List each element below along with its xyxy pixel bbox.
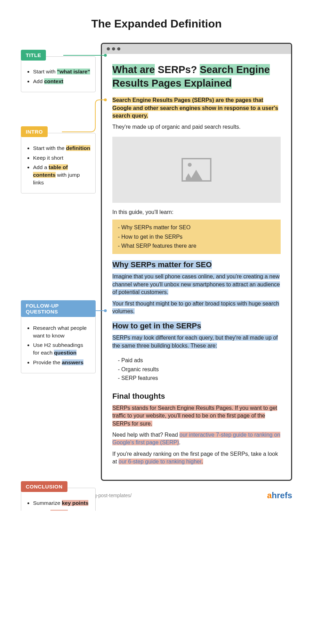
annotation-conclusion-label: CONCLUSION	[21, 481, 67, 492]
annotation-intro-label: INTRO	[21, 126, 48, 137]
browser-mock: What are SERPs? Search Engine Results Pa…	[101, 43, 292, 481]
guide-lead: In this guide, you'll learn:	[112, 208, 281, 216]
conclusion-paragraph: If you're already ranking on the first p…	[112, 450, 281, 466]
annotation-intro: INTRO Start with the definition Keep it …	[21, 126, 96, 193]
browser-titlebar	[102, 44, 291, 54]
section-heading-final: Final thoughts	[112, 392, 281, 401]
intro-followup: They're made up of organic and paid sear…	[112, 123, 281, 131]
body-paragraph: SERPs may look different for each query,…	[112, 334, 281, 350]
traffic-light-dot	[112, 47, 115, 50]
conclusion-paragraph: Need help with that? Read our interactiv…	[112, 431, 281, 447]
sidebar: TITLE Start with "what is/are" Add conte…	[21, 43, 101, 481]
intro-definition: Search Engine Results Pages (SERPs) are …	[112, 96, 281, 120]
section-heading: How to get in the SERPs	[112, 321, 281, 331]
resource-link[interactable]: our 6-step guide to ranking higher	[119, 459, 201, 464]
conclusion-paragraph: SERPs stands for Search Engine Results P…	[112, 404, 281, 428]
article-content: What are SERPs? Search Engine Results Pa…	[102, 54, 291, 480]
traffic-light-dot	[107, 47, 110, 50]
image-placeholder	[112, 137, 281, 203]
page-title: The Expanded Definition	[21, 17, 292, 30]
building-blocks-list: Paid ads Organic results SERP features	[112, 353, 281, 385]
traffic-light-dot	[117, 47, 120, 50]
annotation-title: TITLE Start with "what is/are" Add conte…	[21, 50, 96, 92]
body-paragraph: Imagine that you sell phone cases online…	[112, 273, 281, 296]
annotation-title-label: TITLE	[21, 50, 46, 61]
diagram-layout: TITLE Start with "what is/are" Add conte…	[21, 43, 292, 481]
table-of-contents: Why SERPs matter for SEO How to get in t…	[112, 220, 281, 254]
article-heading: What are SERPs? Search Engine Results Pa…	[112, 63, 281, 90]
annotation-followup: FOLLOW-UP QUESTIONS Research what people…	[21, 300, 96, 373]
annotation-followup-label: FOLLOW-UP QUESTIONS	[21, 300, 96, 317]
annotation-conclusion: CONCLUSION Summarize key points Link to …	[21, 481, 96, 511]
brand-logo: ahrefs	[267, 491, 292, 500]
body-paragraph: Your first thought might be to go after …	[112, 300, 281, 316]
section-heading: Why SERPs matter for SEO	[112, 260, 281, 269]
